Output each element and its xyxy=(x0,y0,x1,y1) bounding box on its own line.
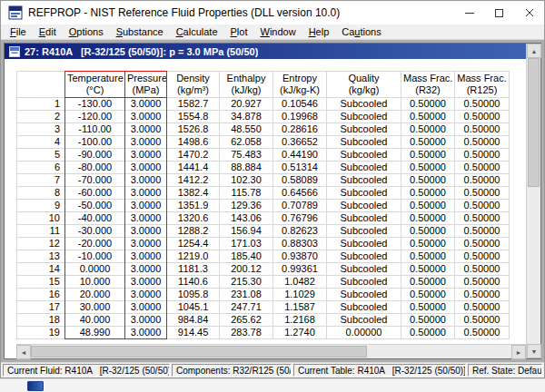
cell-quality[interactable]: Subcooled xyxy=(327,212,401,225)
row-number[interactable]: 12 xyxy=(17,238,65,250)
vertical-scroll-track[interactable] xyxy=(527,58,540,344)
cell-enthalpy[interactable]: 129.36 xyxy=(220,200,273,212)
cell-density[interactable]: 1441.4 xyxy=(167,162,220,174)
cell-mass-frac-r32[interactable]: 0.50000 xyxy=(401,98,455,111)
cell-pressure[interactable]: 3.0000 xyxy=(125,123,167,136)
cell-density[interactable]: 1181.3 xyxy=(167,263,220,276)
cell-pressure[interactable]: 3.0000 xyxy=(125,212,167,225)
cell-pressure[interactable]: 3.0000 xyxy=(125,149,167,162)
cell-enthalpy[interactable]: 88.884 xyxy=(220,162,273,174)
cell-density[interactable]: 1470.2 xyxy=(167,149,220,162)
cell-temperature[interactable]: -90.000 xyxy=(65,149,125,162)
cell-enthalpy[interactable]: 143.06 xyxy=(220,212,273,225)
cell-mass-frac-r32[interactable]: 0.50000 xyxy=(401,111,455,123)
cell-density[interactable]: 1095.8 xyxy=(167,289,220,301)
cell-quality[interactable]: Subcooled xyxy=(327,98,401,111)
column-header-enthalpy[interactable]: Enthalpy(kJ/kg) xyxy=(220,72,273,98)
horizontal-scroll-thumb[interactable] xyxy=(31,346,367,358)
cell-density[interactable]: 1582.7 xyxy=(167,98,220,111)
cell-enthalpy[interactable]: 62.058 xyxy=(220,136,273,149)
cell-enthalpy[interactable]: 34.878 xyxy=(220,111,273,123)
cell-mass-frac-r32[interactable]: 0.50000 xyxy=(401,225,455,238)
cell-temperature[interactable]: -110.00 xyxy=(65,123,125,136)
cell-mass-frac-r125[interactable]: 0.50000 xyxy=(455,149,510,162)
cell-density[interactable]: 914.45 xyxy=(167,327,220,339)
cell-mass-frac-r32[interactable]: 0.50000 xyxy=(401,263,455,276)
cell-mass-frac-r125[interactable]: 0.50000 xyxy=(455,98,510,111)
maximize-button[interactable] xyxy=(484,1,514,24)
cell-quality[interactable]: Subcooled xyxy=(327,225,401,238)
cell-mass-frac-r32[interactable]: 0.50000 xyxy=(401,289,455,301)
row-number[interactable]: 16 xyxy=(17,289,65,301)
cell-mass-frac-r32[interactable]: 0.50000 xyxy=(401,276,455,289)
horizontal-scroll-track[interactable] xyxy=(31,345,511,358)
vertical-scrollbar[interactable]: ▲ ▼ xyxy=(526,44,540,358)
cell-mass-frac-r32[interactable]: 0.50000 xyxy=(401,187,455,200)
cell-density[interactable]: 984.84 xyxy=(167,314,220,327)
cell-enthalpy[interactable]: 283.78 xyxy=(220,327,273,339)
cell-entropy[interactable]: 0.64566 xyxy=(273,187,327,200)
cell-density[interactable]: 1045.1 xyxy=(167,301,220,314)
cell-density[interactable]: 1412.2 xyxy=(167,174,220,187)
cell-mass-frac-r125[interactable]: 0.50000 xyxy=(455,314,510,327)
cell-mass-frac-r125[interactable]: 0.50000 xyxy=(455,200,510,212)
cell-temperature[interactable]: -120.00 xyxy=(65,111,125,123)
cell-entropy[interactable]: 0.99361 xyxy=(273,263,327,276)
cell-mass-frac-r125[interactable]: 0.50000 xyxy=(455,212,510,225)
scroll-up-button[interactable]: ▲ xyxy=(527,44,541,58)
row-number[interactable]: 11 xyxy=(17,225,65,238)
cell-quality[interactable]: Subcooled xyxy=(327,187,401,200)
cell-entropy[interactable]: 0.70789 xyxy=(273,200,327,212)
cell-temperature[interactable]: 48.990 xyxy=(65,327,125,339)
cell-pressure[interactable]: 3.0000 xyxy=(125,225,167,238)
cell-entropy[interactable]: 0.19968 xyxy=(273,111,327,123)
cell-pressure[interactable]: 3.0000 xyxy=(125,289,167,301)
cell-density[interactable]: 1219.0 xyxy=(167,250,220,263)
cell-entropy[interactable]: 1.1029 xyxy=(273,289,327,301)
cell-quality[interactable]: Subcooled xyxy=(327,263,401,276)
scroll-right-button[interactable]: ► xyxy=(511,345,526,359)
menu-item-plot[interactable]: Plot xyxy=(224,25,254,38)
column-header-mass-frac-r125[interactable]: Mass Frac.(R125) xyxy=(455,72,510,98)
column-header-mass-frac-r32[interactable]: Mass Frac.(R32) xyxy=(401,72,455,98)
menu-item-substance[interactable]: Substance xyxy=(110,25,170,38)
row-number[interactable]: 8 xyxy=(17,187,65,200)
cell-mass-frac-r125[interactable]: 0.50000 xyxy=(455,136,510,149)
scroll-left-button[interactable]: ◄ xyxy=(16,345,31,359)
cell-pressure[interactable]: 3.0000 xyxy=(125,301,167,314)
cell-enthalpy[interactable]: 247.71 xyxy=(220,301,273,314)
cell-temperature[interactable]: 40.000 xyxy=(65,314,125,327)
cell-entropy[interactable]: 0.44190 xyxy=(273,149,327,162)
cell-pressure[interactable]: 3.0000 xyxy=(125,187,167,200)
cell-temperature[interactable]: -50.000 xyxy=(65,200,125,212)
cell-density[interactable]: 1351.9 xyxy=(167,200,220,212)
cell-mass-frac-r32[interactable]: 0.50000 xyxy=(401,149,455,162)
row-number[interactable]: 19 xyxy=(17,327,65,339)
cell-pressure[interactable]: 3.0000 xyxy=(125,327,167,339)
cell-entropy[interactable]: 0.88303 xyxy=(273,238,327,250)
menu-item-calculate[interactable]: Calculate xyxy=(170,25,224,38)
cell-temperature[interactable]: 0.0000 xyxy=(65,263,125,276)
cell-entropy[interactable]: 1.0482 xyxy=(273,276,327,289)
cell-pressure[interactable]: 3.0000 xyxy=(125,200,167,212)
cell-entropy[interactable]: 0.93870 xyxy=(273,250,327,263)
cell-mass-frac-r32[interactable]: 0.50000 xyxy=(401,314,455,327)
cell-mass-frac-r125[interactable]: 0.50000 xyxy=(455,225,510,238)
cell-pressure[interactable]: 3.0000 xyxy=(125,238,167,250)
cell-quality[interactable]: Subcooled xyxy=(327,111,401,123)
cell-density[interactable]: 1498.6 xyxy=(167,136,220,149)
cell-quality[interactable]: 0.00000 xyxy=(327,327,401,339)
row-number[interactable]: 7 xyxy=(17,174,65,187)
column-header-quality[interactable]: Quality(kg/kg) xyxy=(327,72,401,98)
minimize-button[interactable] xyxy=(454,1,484,24)
cell-mass-frac-r125[interactable]: 0.50000 xyxy=(455,187,510,200)
column-header-entropy[interactable]: Entropy(kJ/kg-K) xyxy=(273,72,327,98)
cell-quality[interactable]: Subcooled xyxy=(327,250,401,263)
cell-entropy[interactable]: 0.58089 xyxy=(273,174,327,187)
horizontal-scrollbar[interactable]: ◄ ► xyxy=(16,344,526,358)
cell-mass-frac-r125[interactable]: 0.50000 xyxy=(455,301,510,314)
cell-pressure[interactable]: 3.0000 xyxy=(125,250,167,263)
cell-temperature[interactable]: -10.000 xyxy=(65,250,125,263)
cell-mass-frac-r125[interactable]: 0.50000 xyxy=(455,238,510,250)
cell-quality[interactable]: Subcooled xyxy=(327,238,401,250)
